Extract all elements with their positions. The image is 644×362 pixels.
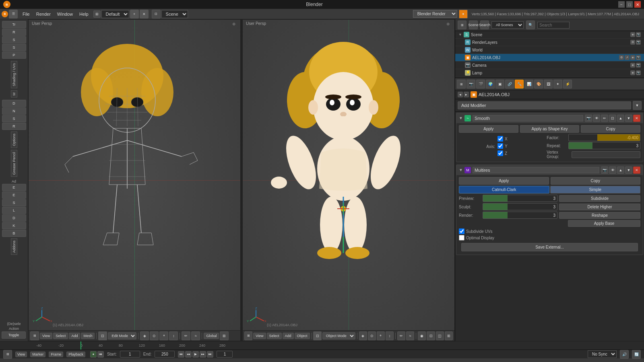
- statusbar-frame-btn[interactable]: Frame: [49, 352, 63, 357]
- sidebar-btn-n[interactable]: N: [2, 107, 26, 115]
- sidebar-btn-s1[interactable]: S: [2, 36, 26, 43]
- next-frame-btn[interactable]: ▸▸: [200, 351, 206, 358]
- viewport-left-view-btn[interactable]: View: [40, 333, 52, 339]
- jump-start-btn[interactable]: ⏮: [178, 351, 184, 358]
- viewport-left-draw2-btn[interactable]: ≈: [191, 331, 200, 340]
- jump-end-btn[interactable]: ⏭: [207, 351, 213, 358]
- viewport-right-aa-btn[interactable]: ◫: [436, 331, 444, 340]
- props-material-btn[interactable]: 🎨: [534, 80, 543, 88]
- sidebar-btn-k[interactable]: K: [2, 222, 26, 229]
- viewport-left-mesh-btn[interactable]: Mesh: [81, 333, 95, 339]
- viewport-right-rendered-btn[interactable]: ⊡: [427, 331, 435, 340]
- remove-layout-btn[interactable]: ✕: [140, 10, 149, 19]
- smooth-apply-btn[interactable]: Apply: [459, 125, 518, 133]
- delete-higher-btn[interactable]: Delete Higher: [559, 204, 640, 210]
- smooth-down-btn[interactable]: ▼: [625, 115, 632, 122]
- viewport-right-expand[interactable]: ⊕: [446, 21, 450, 26]
- viewport-right-object-btn[interactable]: Object: [295, 333, 310, 339]
- ael-render-icon[interactable]: 👁: [630, 55, 635, 60]
- multires-delete-btn[interactable]: ✕: [633, 167, 640, 174]
- viewport-left-pivot-btn[interactable]: ◈: [140, 331, 149, 340]
- viewport-left-global-btn[interactable]: Global: [204, 333, 219, 339]
- statusbar-view-btn[interactable]: View: [15, 352, 27, 357]
- props-scene-btn[interactable]: 🎬: [476, 80, 485, 88]
- scene-vis-icon[interactable]: 👁: [630, 32, 635, 37]
- save-external-btn[interactable]: Save External...: [461, 243, 638, 251]
- sidebar-btn-r2[interactable]: R: [2, 123, 26, 130]
- subdivide-uvs-checkbox[interactable]: [459, 228, 464, 234]
- sidebar-tab-addons[interactable]: Addons: [11, 239, 17, 255]
- cam-vis-icon[interactable]: 👁: [630, 63, 635, 68]
- sidebar-tab-m[interactable]: M: [11, 90, 17, 98]
- smooth-render-btn[interactable]: 👁: [593, 115, 600, 122]
- sidebar-btn-d[interactable]: D: [2, 100, 26, 107]
- timeline-canvas[interactable]: -40 -20 0 40 80 120 160 200 240 280: [0, 341, 644, 350]
- statusbar-marker-btn[interactable]: Marker: [30, 352, 45, 357]
- multires-down-btn[interactable]: ▼: [625, 167, 632, 174]
- viewport-left-editor-btn[interactable]: ⊞: [30, 331, 39, 340]
- lamp-vis-icon[interactable]: 👁: [630, 70, 635, 75]
- outliner-scene[interactable]: ▼ S Scene 👁 📷: [455, 31, 644, 39]
- smooth-edit-btn[interactable]: ✏: [601, 115, 608, 122]
- multires-realtime-btn[interactable]: 📷: [601, 167, 608, 174]
- sidebar-tab-grease-pencil[interactable]: Grease Pencil: [11, 150, 17, 177]
- view-menu-btn[interactable]: Scene: [469, 21, 478, 29]
- prev-object-btn[interactable]: ◂: [458, 92, 463, 97]
- cam-render-icon[interactable]: 📷: [636, 63, 641, 68]
- props-render-btn[interactable]: 📷: [466, 80, 475, 88]
- viewport-right-canvas[interactable]: User Persp ⊕ X Y Z (1) AEL2014A.OBJ: [243, 20, 454, 341]
- multires-render-btn[interactable]: 👁: [609, 167, 616, 174]
- ael-vis-icon[interactable]: ↗: [625, 55, 630, 60]
- smooth-name-input[interactable]: [473, 115, 583, 121]
- multires-up-btn[interactable]: ▲: [617, 167, 624, 174]
- viewport-right-draw-btn[interactable]: ✏: [397, 331, 405, 340]
- sidebar-btn-l[interactable]: L: [2, 207, 26, 214]
- props-editor-btn[interactable]: ⊞: [457, 80, 466, 88]
- sidebar-btn-d2[interactable]: D: [2, 214, 26, 222]
- smooth-up-btn[interactable]: ▲: [617, 115, 624, 122]
- outliner-ael-obj[interactable]: ▣ AEL2014A.OBJ ⚙ ↗ 👁 📷: [455, 54, 644, 62]
- viewport-right-select-btn[interactable]: Select: [267, 333, 282, 339]
- sidebar-btn-e1[interactable]: E: [2, 184, 26, 191]
- vertex-group-input[interactable]: [572, 151, 640, 158]
- props-world-btn[interactable]: 🌍: [486, 80, 495, 88]
- all-scenes-selector[interactable]: All Scenes: [491, 21, 524, 29]
- next-object-btn[interactable]: ▸: [464, 92, 469, 97]
- editor-type-btn[interactable]: ☰: [9, 10, 18, 19]
- sync-mode-selector[interactable]: No Sync: [588, 350, 617, 358]
- timeline-editor-btn[interactable]: ⊞: [3, 350, 12, 359]
- apply-base-btn[interactable]: Apply Base: [568, 220, 640, 227]
- toggle-btn[interactable]: Toggle: [2, 331, 26, 339]
- outliner-search-input[interactable]: [537, 22, 570, 29]
- props-data-btn[interactable]: 📊: [524, 80, 533, 88]
- sidebar-btn-s2[interactable]: S: [2, 44, 26, 51]
- maximize-button[interactable]: □: [626, 1, 633, 8]
- smooth-collapse-btn[interactable]: ▼: [459, 116, 463, 120]
- viewport-right-view-btn[interactable]: View: [253, 333, 266, 339]
- scene-selector[interactable]: Scene: [161, 10, 188, 18]
- multires-name-input[interactable]: [473, 167, 599, 173]
- axis-y-checkbox[interactable]: [497, 143, 503, 149]
- outliner-lamp[interactable]: 💡 Lamp 👁 📷: [455, 69, 644, 77]
- repeat-bar[interactable]: 3: [568, 142, 640, 149]
- viewport-left-expand[interactable]: ⊕: [232, 21, 235, 26]
- viewport-left-snap-inc[interactable]: ↕: [169, 331, 178, 340]
- sidebar-btn-tr[interactable]: Tr: [2, 21, 26, 28]
- viewport-right[interactable]: User Persp ⊕ X Y Z (1) AEL2014A.OBJ: [242, 19, 455, 341]
- viewport-left-select-btn[interactable]: Select: [53, 333, 68, 339]
- layout-selector[interactable]: Default: [101, 10, 129, 18]
- close-button[interactable]: ✕: [634, 1, 641, 8]
- axis-x-checkbox[interactable]: [497, 136, 503, 142]
- render-engine-selector[interactable]: Blender Render: [413, 10, 457, 18]
- scene-render-icon[interactable]: 📷: [636, 32, 641, 37]
- sidebar-tab-options[interactable]: Options: [11, 132, 17, 148]
- subdivide-btn-preview[interactable]: Subdivide: [559, 195, 640, 202]
- catmull-clark-btn[interactable]: Catmull-Clark: [459, 186, 549, 193]
- factor-bar[interactable]: -0.400: [568, 134, 640, 141]
- current-frame-input[interactable]: 1: [217, 351, 233, 358]
- sidebar-btn-s3[interactable]: S: [2, 115, 26, 122]
- simple-btn[interactable]: Simple: [550, 186, 641, 193]
- ael-lock-icon[interactable]: 📷: [636, 55, 641, 60]
- modifier-expand-btn[interactable]: ▼: [633, 101, 642, 110]
- search-menu-btn[interactable]: Search: [480, 21, 489, 29]
